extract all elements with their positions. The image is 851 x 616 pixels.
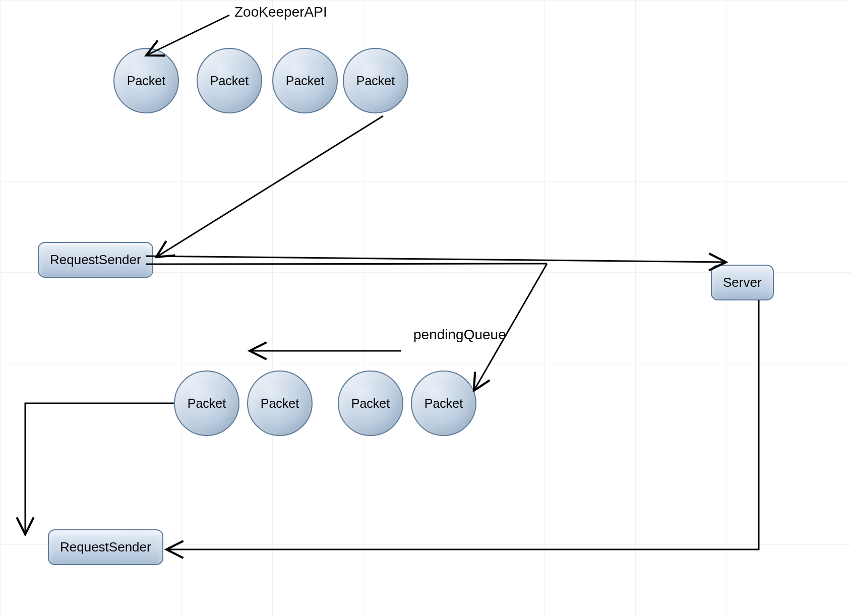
packet-node-2-4: Packet (411, 371, 476, 436)
packet-node-2-3: Packet (338, 371, 403, 436)
request-sender-1-node: RequestSender (38, 242, 153, 278)
arrow-zookeeper-to-packet (146, 15, 229, 55)
zookeeper-api-label: ZooKeeperAPI (234, 4, 327, 20)
pending-queue-label: pendingQueue (413, 327, 506, 343)
arrow-requestsender1-to-server-top (146, 256, 726, 262)
packet-node-1-3: Packet (272, 48, 338, 113)
packet-node-2-2: Packet (247, 371, 313, 436)
packet-node-1-1: Packet (113, 48, 179, 113)
request-sender-2-node: RequestSender (48, 529, 163, 565)
arrow-packets1-to-requestsender1 (156, 116, 383, 257)
arrow-requestsender1-lower-segment (146, 264, 547, 264)
packet-node-1-4: Packet (343, 48, 408, 113)
arrow-packets2-to-requestsender2 (25, 403, 174, 534)
packet-node-1-2: Packet (197, 48, 262, 113)
packet-node-2-1: Packet (174, 371, 239, 436)
server-node: Server (711, 265, 774, 300)
